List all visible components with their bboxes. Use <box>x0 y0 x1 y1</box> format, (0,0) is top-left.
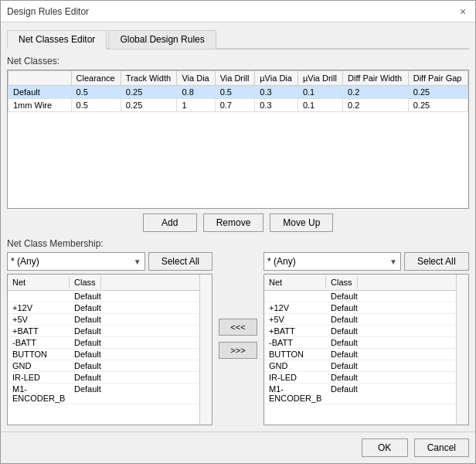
right-list-panel: * (Any) ▼ Select AlI Net Class Default <box>264 252 469 425</box>
arrow-buttons: <<< >>> <box>216 252 260 425</box>
class-cell: Default <box>326 337 362 348</box>
col-diff-pair-gap: Diff Pair Gap <box>408 71 468 86</box>
list-item[interactable]: IR-LED Default <box>264 372 456 384</box>
right-header-class: Class <box>326 276 358 288</box>
row-via-dia: 0.8 <box>177 86 215 99</box>
row-diff-pair-gap: 0.25 <box>408 99 468 112</box>
right-list-content: Net Class Default +12V Default +5V <box>264 275 456 425</box>
col-clearance: Clearance <box>71 71 121 86</box>
row-diff-pair-gap: 0.25 <box>408 86 468 99</box>
list-item[interactable]: GND Default <box>8 360 199 372</box>
window-title: Design Rules Editor <box>7 6 89 17</box>
net-classes-table-container: Clearance Track Width Via Dia Via Drill … <box>7 70 469 209</box>
row-uvia-dia: 0.3 <box>255 99 298 112</box>
row-name: Default <box>8 86 72 99</box>
class-cell: Default <box>70 326 106 336</box>
left-list-box: Net Class Default +12V Default +5V <box>7 274 212 425</box>
class-cell: Default <box>70 314 106 325</box>
tab-bar: Net Classes Editor Global Design Rules <box>7 29 469 49</box>
list-item[interactable]: GND Default <box>264 360 456 372</box>
net-cell: -BATT <box>264 337 326 348</box>
row-clearance: 0.5 <box>71 99 121 112</box>
net-cell: GND <box>8 360 70 371</box>
net-classes-label: Net Classes: <box>7 56 469 67</box>
net-cell: +BATT <box>8 326 70 336</box>
class-cell: Default <box>326 384 362 404</box>
list-item[interactable]: +5V Default <box>264 314 456 326</box>
list-item[interactable]: IR-LED Default <box>8 372 199 384</box>
move-left-button[interactable]: <<< <box>219 319 257 336</box>
class-cell: Default <box>70 349 106 360</box>
table-row[interactable]: Default 0.5 0.25 0.8 0.5 0.3 0.1 0.2 0.2… <box>8 86 468 99</box>
class-cell: Default <box>326 302 362 313</box>
row-diff-pair-width: 0.2 <box>343 99 409 112</box>
net-cell: M1-ENCODER_B <box>8 384 70 404</box>
class-cell: Default <box>70 360 106 371</box>
row-via-dia: 1 <box>177 99 215 112</box>
left-list-controls: * (Any) ▼ Select All <box>7 252 212 271</box>
footer: OK Cancel <box>1 432 475 463</box>
class-cell: Default <box>70 372 106 383</box>
remove-button[interactable]: Remove <box>203 213 264 232</box>
col-via-drill: Via Drill <box>215 71 255 86</box>
net-cell: -BATT <box>8 337 70 348</box>
net-cell <box>8 291 70 302</box>
col-uvia-dia: µVia Dia <box>255 71 298 86</box>
col-uvia-drill: µVia Drill <box>298 71 342 86</box>
right-header-net: Net <box>264 276 326 288</box>
list-item[interactable]: -BATT Default <box>8 337 199 349</box>
list-item[interactable]: -BATT Default <box>264 337 456 349</box>
left-header-class: Class <box>70 276 101 288</box>
left-list-content: Net Class Default +12V Default +5V <box>8 275 199 425</box>
net-cell: M1-ENCODER_B <box>264 384 326 404</box>
left-scrollbar[interactable] <box>199 275 212 425</box>
list-item[interactable]: Default <box>8 291 199 302</box>
right-scrollbar[interactable] <box>456 275 468 425</box>
list-item[interactable]: M1-ENCODER_B Default <box>8 384 199 404</box>
tab-global-design-rules[interactable]: Global Design Rules <box>108 30 216 49</box>
list-item[interactable]: BUTTON Default <box>8 349 199 360</box>
list-item[interactable]: BUTTON Default <box>264 349 456 360</box>
left-dropdown[interactable]: * (Any) ▼ <box>7 252 145 271</box>
chevron-down-icon: ▼ <box>134 258 141 266</box>
membership-area: * (Any) ▼ Select All Net Class Default <box>7 252 469 425</box>
close-icon[interactable]: × <box>457 5 469 18</box>
main-content: Net Classes Editor Global Design Rules N… <box>1 22 475 432</box>
left-list-panel: * (Any) ▼ Select All Net Class Default <box>7 252 212 425</box>
move-up-button[interactable]: Move Up <box>270 213 333 232</box>
tab-net-classes-editor[interactable]: Net Classes Editor <box>7 30 107 49</box>
net-cell: IR-LED <box>264 372 326 383</box>
left-list-header: Net Class <box>8 275 199 291</box>
left-select-all-button[interactable]: Select All <box>148 252 212 271</box>
list-item[interactable]: +12V Default <box>8 302 199 314</box>
net-cell: BUTTON <box>264 349 326 360</box>
net-classes-table: Clearance Track Width Via Dia Via Drill … <box>8 70 468 112</box>
add-button[interactable]: Add <box>143 213 197 232</box>
right-dropdown[interactable]: * (Any) ▼ <box>264 252 401 271</box>
row-track-width: 0.25 <box>121 86 177 99</box>
class-cell: Default <box>326 326 362 336</box>
right-select-all-button[interactable]: Select AlI <box>404 252 469 271</box>
row-uvia-drill: 0.1 <box>298 86 342 99</box>
list-item[interactable]: +BATT Default <box>264 326 456 337</box>
list-item[interactable]: Default <box>264 291 456 302</box>
right-list-controls: * (Any) ▼ Select AlI <box>264 252 469 271</box>
list-item[interactable]: M1-ENCODER_B Default <box>264 384 456 404</box>
cancel-button[interactable]: Cancel <box>414 438 469 457</box>
move-right-button[interactable]: >>> <box>219 342 257 359</box>
row-uvia-drill: 0.1 <box>298 99 342 112</box>
right-dropdown-value: * (Any) <box>267 256 296 267</box>
list-item[interactable]: +5V Default <box>8 314 199 326</box>
class-cell: Default <box>326 314 362 325</box>
class-cell: Default <box>326 291 362 302</box>
ok-button[interactable]: OK <box>362 438 408 457</box>
title-bar: Design Rules Editor × <box>1 1 475 22</box>
list-item[interactable]: +12V Default <box>264 302 456 314</box>
table-row[interactable]: 1mm Wire 0.5 0.25 1 0.7 0.3 0.1 0.2 0.25 <box>8 99 468 112</box>
left-header-net: Net <box>8 276 70 288</box>
right-list-box: Net Class Default +12V Default +5V <box>264 274 469 425</box>
class-cell: Default <box>70 384 106 404</box>
class-cell: Default <box>70 302 106 313</box>
net-cell <box>264 291 326 302</box>
list-item[interactable]: +BATT Default <box>8 326 199 337</box>
